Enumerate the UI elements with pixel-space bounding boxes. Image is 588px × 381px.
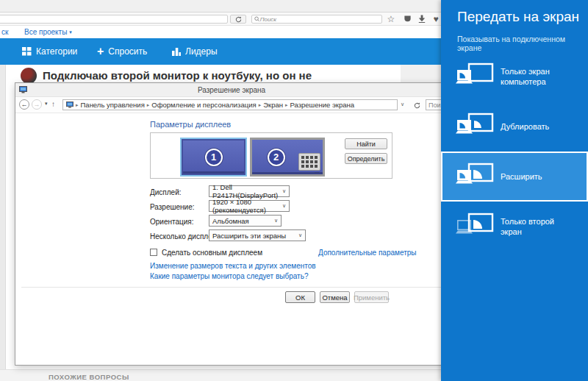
panel-options: Только экран компьютера Дублировать [441,51,588,252]
display-label: Дисплей: [150,188,182,196]
screen-resolution-dialog: Разрешение экрана ← → ▾ ↑ ▸ Панель управ… [15,82,448,366]
monitor-1-number: 1 [205,149,223,166]
dialog-titlebar: Разрешение экрана [15,83,448,97]
nav-categories-label: Категории [36,46,77,57]
chevron-down-icon: ∨ [298,232,302,238]
breadcrumb-sep-icon: ▸ [285,102,288,108]
address-dropdown-caret[interactable]: ∨ [401,102,404,107]
monitor-2-number: 2 [268,149,285,166]
forward-icon: → [34,101,40,108]
chevron-down-icon: ∨ [282,203,286,209]
pc-screen-only-icon [456,63,494,90]
monitor-preview-box: 1 2 ⋯ Найти Определить [150,132,392,179]
nav-ask-label: Спросить [108,46,147,57]
question-title: Подключаю второй монитор к ноутбуку, но … [43,69,399,82]
refresh-icon [414,102,420,109]
categories-grid-icon [22,47,32,56]
option-label: Только второй экран [501,216,577,238]
screen: ☆ ♥ ск Все проекты ▾ Категории + Спросит… [0,0,588,381]
background-element [401,65,443,82]
similar-questions-heading: ПОХОЖИЕ ВОПРОСЫ [49,373,129,381]
ellipsis-icon: ⋯ [315,169,320,174]
ok-button[interactable]: ОК [285,291,315,303]
download-icon[interactable] [416,13,428,24]
chevron-down-icon: ∨ [274,218,278,224]
nav-leaders[interactable]: Лидеры [172,38,218,65]
leaders-bars-icon [172,47,181,56]
breadcrumb-sep-icon: ▸ [259,102,262,108]
back-icon: ← [21,101,28,108]
advanced-settings-link[interactable]: Дополнительные параметры [318,249,416,257]
back-button[interactable]: ← [19,99,29,110]
star-icon: ☆ [387,14,395,24]
project-panel: Передать на экран Показывать на подключе… [441,0,588,381]
cancel-button[interactable]: Отмена [320,291,350,303]
partial-link[interactable]: ск [1,28,8,36]
forward-button[interactable]: → [32,99,42,110]
text-size-link[interactable]: Изменение размеров текста и других элеме… [150,262,316,270]
option-label: Только экран компьютера [501,66,577,88]
display-icon [66,102,74,108]
page-left-margin [0,65,6,381]
make-primary-checkbox[interactable] [150,249,157,256]
monitor-1[interactable]: 1 [180,138,247,177]
search-icon [254,16,260,22]
recent-pages-caret[interactable]: ▾ [45,101,48,107]
breadcrumb-sep-icon: ▸ [147,102,150,108]
nav-leaders-label: Лидеры [185,46,218,57]
breadcrumb-display[interactable]: Экран [263,101,283,109]
plus-icon: + [97,46,104,57]
browser-search-input[interactable] [260,16,379,23]
question-author-avatar [21,68,37,84]
option-duplicate[interactable]: Дублировать [441,102,588,152]
orientation-label: Ориентация: [150,218,194,226]
dialog-navbar: ← → ▾ ↑ ▸ Панель управления ▸ Оформление… [15,97,448,113]
chevron-down-icon: ▾ [69,29,72,35]
browser-search [251,15,382,24]
all-projects-link[interactable]: Все проекты ▾ [24,28,72,36]
breadcrumb-control-panel[interactable]: Панель управления [81,101,145,109]
option-label: Расширить [501,171,577,182]
duplicate-icon [456,113,494,140]
option-label: Дублировать [501,121,577,132]
heart-icon[interactable]: ♥ [430,13,442,24]
breadcrumb: ▸ Панель управления ▸ Оформление и персо… [62,99,398,110]
panel-title: Передать на экран [457,9,579,25]
resolution-select[interactable]: 1920 × 1080 (рекомендуется) ∨ [209,200,290,212]
extend-icon [456,163,494,190]
make-primary-label: Сделать основным дисплеем [162,249,262,257]
option-extend[interactable]: Расширить [441,152,588,202]
breadcrumb-resolution[interactable]: Разрешение экрана [290,101,354,109]
breadcrumb-appearance[interactable]: Оформление и персонализация [151,101,256,109]
nav-categories[interactable]: Категории [22,38,77,65]
identify-button[interactable]: Определить [345,153,387,164]
resolution-label: Разрешение: [150,203,195,211]
reload-icon [235,16,242,23]
buttons-divider [21,287,443,288]
refresh-button[interactable] [411,100,423,110]
which-settings-link[interactable]: Какие параметры монитора следует выбрать… [150,272,308,280]
url-input[interactable] [0,15,228,24]
connect-keypad-icon [298,153,320,171]
up-button[interactable]: ↑ [51,100,55,108]
detect-button[interactable]: Найти [345,138,387,149]
monitor-2[interactable]: 2 ⋯ [250,138,325,177]
section-heading: Параметры дисплеев [150,120,231,129]
bookmark-star-icon[interactable]: ☆ [385,13,397,24]
orientation-select[interactable]: Альбомная ∨ [209,215,282,227]
panel-subtitle: Показывать на подключенном экране [457,35,588,52]
dialog-title: Разрешение экрана [15,86,448,94]
option-pc-screen-only[interactable]: Только экран компьютера [441,51,588,102]
option-second-screen-only[interactable]: Только второй экран [441,202,588,252]
chevron-down-icon: ∨ [282,188,286,194]
multiple-displays-select[interactable]: Расширить эти экраны ∨ [209,229,306,241]
pocket-icon[interactable] [401,13,413,24]
display-select[interactable]: 1. Dell P2417H(DisplayPort) ∨ [209,185,290,197]
second-screen-only-icon [456,213,494,241]
breadcrumb-sep-icon: ▸ [76,102,79,108]
reload-button[interactable] [230,15,246,24]
apply-button[interactable]: Применить [354,291,389,303]
nav-ask[interactable]: + Спросить [97,38,147,65]
